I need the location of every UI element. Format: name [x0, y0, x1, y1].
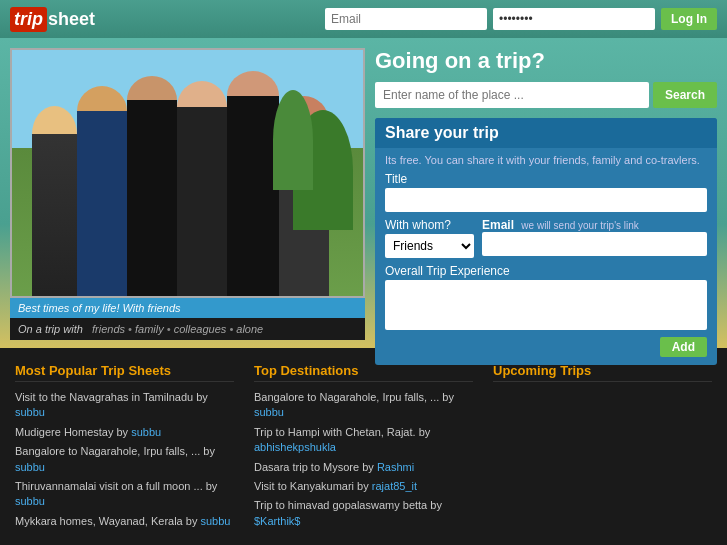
trip-link[interactable]: subbu [254, 406, 284, 418]
trip-tags-prefix: On a trip with [18, 323, 83, 335]
trip-link[interactable]: subbu [200, 515, 230, 527]
photo-area: Best times of my life! With friends On a… [10, 48, 365, 338]
overall-label: Overall Trip Experience [385, 264, 707, 278]
list-item: Dasara trip to Mysore by Rashmi [254, 460, 473, 475]
logo-sheet: sheet [48, 9, 95, 30]
search-input[interactable] [375, 82, 649, 108]
popular-title: Most Popular Trip Sheets [15, 363, 234, 382]
tag-dot-1: • [128, 323, 135, 335]
photo-caption: Best times of my life! With friends [10, 298, 365, 318]
trip-link[interactable]: abhishekpshukla [254, 441, 336, 453]
experience-textarea[interactable] [385, 280, 707, 330]
hero-section: Best times of my life! With friends On a… [0, 38, 727, 348]
share-title-bar: Share your trip [375, 118, 717, 148]
tag-alone[interactable]: alone [236, 323, 263, 335]
list-item: Visit to the Navagrahas in Tamilnadu by … [15, 390, 234, 421]
list-item: Thiruvannamalai visit on a full moon ...… [15, 479, 234, 510]
search-button[interactable]: Search [653, 82, 717, 108]
right-panel: Going on a trip? Search Share your trip … [375, 48, 717, 338]
list-item: Visit to Kanyakumari by rajat85_it [254, 479, 473, 494]
person-silhouette-5 [227, 71, 279, 296]
trip-link[interactable]: Rashmi [377, 461, 414, 473]
popular-col: Most Popular Trip Sheets Visit to the Na… [15, 363, 234, 530]
list-item: Mudigere Homestay by subbu [15, 425, 234, 440]
bottom-section: Most Popular Trip Sheets Visit to the Na… [0, 348, 727, 545]
email-label-text: Email we will send your trip's link [482, 218, 707, 232]
with-whom-col: With whom? Friends Family Colleagues Alo… [385, 218, 474, 258]
header: trip sheet Log In [0, 0, 727, 38]
going-on-trip-heading: Going on a trip? [375, 48, 717, 74]
destinations-title: Top Destinations [254, 363, 473, 382]
list-item: Trip to Hampi with Chetan, Rajat. by abh… [254, 425, 473, 456]
trip-link[interactable]: subbu [15, 406, 45, 418]
person-silhouette-1 [32, 106, 77, 296]
person-silhouette-2 [77, 86, 127, 296]
trip-link[interactable]: $Karthik$ [254, 515, 300, 527]
with-whom-label: With whom? [385, 218, 474, 232]
list-item: Mykkara homes, Wayanad, Kerala by subbu [15, 514, 234, 529]
tag-colleagues[interactable]: colleagues [174, 323, 227, 335]
add-button[interactable]: Add [660, 337, 707, 357]
person-silhouette-4 [177, 81, 227, 296]
email-col: Email we will send your trip's link [482, 218, 707, 256]
email-note: we will send your trip's link [521, 220, 639, 231]
add-btn-row: Add [385, 337, 707, 357]
photo-background [12, 50, 363, 296]
with-whom-row: With whom? Friends Family Colleagues Alo… [385, 218, 707, 258]
trip-link[interactable]: subbu [15, 495, 45, 507]
person-silhouette-3 [127, 76, 177, 296]
trip-link[interactable]: subbu [131, 426, 161, 438]
trip-link[interactable]: rajat85_it [372, 480, 417, 492]
email-input[interactable] [482, 232, 707, 256]
share-subtitle: Its free. You can share it with your fri… [385, 154, 707, 166]
password-field[interactable] [493, 8, 655, 30]
title-label: Title [385, 172, 707, 186]
search-row: Search [375, 82, 717, 108]
trip-title-input[interactable] [385, 188, 707, 212]
list-item: Bangalore to Nagarahole, Irpu falls, ...… [254, 390, 473, 421]
login-button[interactable]: Log In [661, 8, 717, 30]
logo: trip sheet [10, 7, 95, 32]
tag-friends[interactable]: friends [92, 323, 125, 335]
with-whom-select[interactable]: Friends Family Colleagues Alone [385, 234, 474, 258]
destinations-col: Top Destinations Bangalore to Nagarahole… [254, 363, 473, 530]
logo-trip: trip [10, 7, 47, 32]
tag-dot-2: • [167, 323, 174, 335]
trip-link[interactable]: subbu [15, 461, 45, 473]
header-inputs: Log In [325, 8, 717, 30]
tag-family[interactable]: family [135, 323, 164, 335]
upcoming-col: Upcoming Trips [493, 363, 712, 530]
share-panel: Share your trip Its free. You can share … [375, 118, 717, 365]
photo-frame [10, 48, 365, 298]
email-label-main: Email [482, 218, 514, 232]
list-item: Trip to himavad gopalaswamy betta by $Ka… [254, 498, 473, 529]
tree-decoration-2 [273, 90, 313, 190]
upcoming-title: Upcoming Trips [493, 363, 712, 382]
email-field[interactable] [325, 8, 487, 30]
trip-tags: On a trip with friends • family • collea… [10, 318, 365, 340]
share-title: Share your trip [385, 124, 499, 141]
list-item: Bangalore to Nagarahole, Irpu falls, ...… [15, 444, 234, 475]
